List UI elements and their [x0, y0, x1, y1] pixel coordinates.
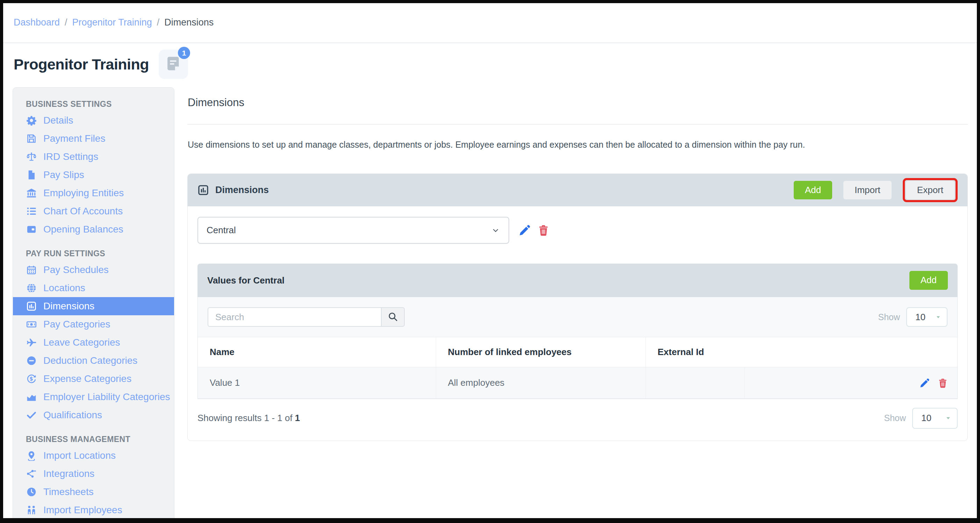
cell-name: Value 1 [198, 367, 436, 399]
add-value-button[interactable]: Add [909, 271, 948, 290]
breadcrumb-dashboard-link[interactable]: Dashboard [14, 17, 60, 28]
search-row: Show 10 [198, 297, 957, 337]
sidebar-item-leave-categories[interactable]: Leave Categories [13, 333, 174, 352]
cell-linked-employees: All employees [436, 367, 646, 399]
list-icon [26, 206, 37, 217]
sidebar-item-import-employees[interactable]: Import Employees [13, 501, 174, 519]
sidebar-item-label: Opening Balances [43, 224, 123, 235]
sidebar-item-timesheets[interactable]: Timesheets [13, 483, 174, 501]
column-header-external-id: External Id [646, 337, 957, 367]
notes-count-badge: 1 [178, 47, 190, 59]
values-panel-title: Values for Central [207, 275, 285, 286]
delete-value-trash-icon[interactable] [937, 378, 948, 388]
sidebar-item-pay-schedules[interactable]: Pay Schedules [13, 261, 174, 279]
sidebar-item-label: Employer Liability Categories [43, 391, 170, 403]
notes-button[interactable]: 1 [159, 49, 188, 79]
sidebar-item-label: Pay Slips [43, 170, 84, 181]
cell-external-id [646, 367, 745, 399]
export-button[interactable]: Export [906, 181, 955, 200]
sidebar-item-opening-balances[interactable]: Opening Balances [13, 220, 174, 238]
sidebar-item-label: IRD Settings [43, 151, 98, 162]
sidebar-item-label: Pay Schedules [43, 264, 109, 276]
breadcrumb-business-link[interactable]: Progenitor Training [72, 17, 152, 28]
dimensions-panel-header: Dimensions Add Import Export [188, 174, 967, 206]
dollar-rotate-icon: $ [26, 373, 37, 384]
sidebar-item-dimensions[interactable]: Dimensions [13, 297, 174, 315]
breadcrumb-current: Dimensions [164, 17, 213, 28]
page-size-select-bottom[interactable]: 10 [912, 408, 958, 429]
minus-circle-icon [26, 355, 37, 366]
edit-value-pencil-icon[interactable] [919, 378, 930, 388]
results-text: Showing results 1 - 1 of [197, 413, 293, 423]
dimension-select[interactable]: Central [197, 217, 509, 244]
header-divider [3, 42, 977, 43]
sidebar-item-ird-settings[interactable]: IRD Settings [13, 148, 174, 166]
area-chart-icon [26, 391, 37, 403]
check-icon [26, 409, 37, 421]
sidebar-item-import-locations[interactable]: Import Locations [13, 447, 174, 465]
dimension-select-value: Central [207, 225, 236, 236]
app-window: Dashboard / Progenitor Training / Dimens… [0, 0, 980, 523]
file-icon [26, 170, 37, 181]
show-label: Show [878, 312, 900, 322]
show-label: Show [884, 413, 906, 423]
sidebar-item-deduction-categories[interactable]: Deduction Categories [13, 352, 174, 370]
sidebar-item-label: Integrations [43, 468, 94, 479]
sidebar-item-label: Leave Categories [43, 337, 120, 348]
calendar-icon [26, 264, 37, 276]
column-header-name: Name [198, 337, 436, 367]
cell-actions [745, 367, 957, 399]
sidebar-section-business-management: BUSINESS MANAGEMENT [13, 432, 174, 447]
search-button[interactable] [381, 307, 405, 327]
gear-icon [26, 115, 37, 126]
page-header: Progenitor Training 1 [14, 49, 188, 79]
sidebar-item-payment-files[interactable]: Payment Files [13, 130, 174, 148]
dimensions-panel: Dimensions Add Import Export Central [187, 174, 968, 441]
table-header-row: Name Number of linked employees External… [198, 337, 957, 367]
settings-sidebar: BUSINESS SETTINGS Details Payment Files … [13, 87, 174, 523]
people-icon [26, 504, 37, 516]
delete-dimension-trash-icon[interactable] [537, 224, 550, 237]
page-size-select[interactable]: 10 [906, 307, 948, 327]
sidebar-item-employing-entities[interactable]: Employing Entities [13, 184, 174, 202]
sidebar-item-label: Import Employees [43, 504, 123, 516]
results-total: 1 [295, 413, 300, 423]
sidebar-item-integrations[interactable]: Integrations [13, 465, 174, 483]
sidebar-item-label: Timesheets [43, 487, 94, 498]
values-panel: Values for Central Add [197, 264, 958, 429]
sidebar-item-label: Qualifications [43, 409, 102, 421]
save-icon [26, 133, 37, 144]
page-description: Use dimensions to set up and manage clas… [188, 139, 805, 150]
section-divider [187, 124, 968, 125]
panel-title: Dimensions [215, 185, 269, 195]
bar-chart-icon [197, 184, 209, 196]
plane-icon [26, 337, 37, 348]
sidebar-item-label: Expense Categories [43, 373, 131, 384]
sidebar-item-label: Chart Of Accounts [43, 206, 123, 217]
page-size-value: 10 [915, 312, 926, 323]
import-button[interactable]: Import [843, 181, 892, 200]
branch-icon [26, 468, 37, 479]
search-input[interactable] [208, 307, 381, 327]
sidebar-item-pay-categories[interactable]: Pay Categories [13, 315, 174, 333]
sidebar-item-employer-liability-categories[interactable]: Employer Liability Categories [13, 388, 174, 406]
sidebar-item-expense-categories[interactable]: $ Expense Categories [13, 370, 174, 388]
sidebar-item-locations[interactable]: Locations [13, 279, 174, 297]
sidebar-item-details[interactable]: Details [13, 111, 174, 130]
edit-dimension-pencil-icon[interactable] [518, 224, 531, 237]
sidebar-item-pay-slips[interactable]: Pay Slips [13, 166, 174, 184]
values-panel-header: Values for Central Add [197, 264, 958, 297]
add-dimension-button[interactable]: Add [794, 181, 832, 200]
wallet-icon [26, 224, 37, 235]
breadcrumb-separator: / [157, 17, 160, 28]
sidebar-item-chart-of-accounts[interactable]: Chart Of Accounts [13, 202, 174, 220]
search-icon [388, 311, 398, 323]
page-size-value: 10 [921, 413, 931, 423]
sidebar-item-label: Details [43, 115, 73, 126]
sidebar-item-qualifications[interactable]: Qualifications [13, 406, 174, 424]
results-summary: Showing results 1 - 1 of1 [197, 413, 300, 423]
values-footer: Showing results 1 - 1 of1 Show 10 [197, 408, 958, 429]
sidebar-item-label: Employing Entities [43, 187, 124, 199]
page-title: Progenitor Training [14, 56, 149, 73]
breadcrumb: Dashboard / Progenitor Training / Dimens… [14, 17, 213, 28]
